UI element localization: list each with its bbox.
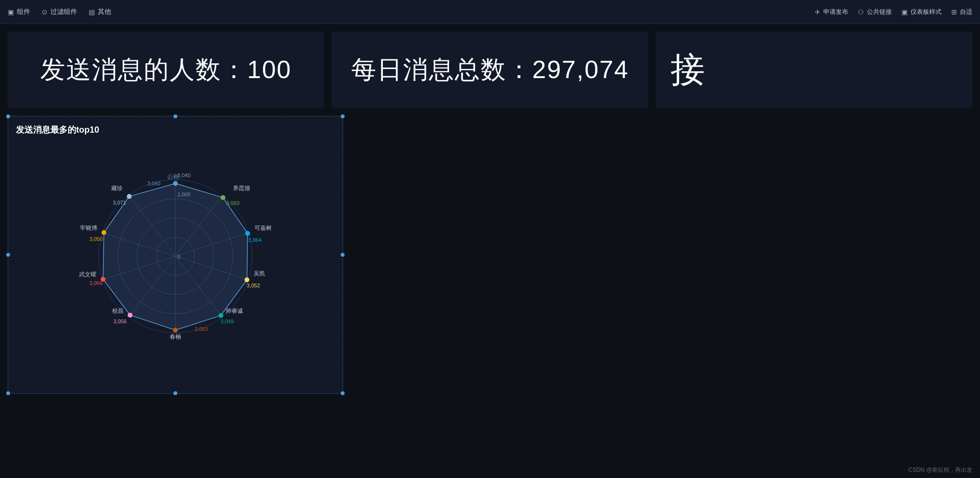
other-icon: ▤: [89, 8, 95, 16]
stat-card-daily-messages: 每日消息总数：297,074: [332, 32, 648, 108]
chart-row: 发送消息最多的top10: [8, 116, 972, 394]
toolbar-right: ✈ 申请发布 ⚇ 公共链接 ▣ 仪表板样式 ⊞ 自适: [815, 8, 972, 16]
stat-card-third: 接: [656, 32, 972, 108]
point-xiaochang: [128, 313, 133, 318]
label-chunnan-name: 春楠: [170, 333, 181, 340]
label-laoxiaobao-value: 3,050: [89, 236, 103, 242]
stat-daily-messages-label: 每日消息总数：: [351, 56, 532, 83]
label-kejiashu-value: 3,064: [248, 237, 262, 243]
point-gongao: [173, 181, 178, 186]
handle-tm: [173, 114, 177, 118]
toolbar-publish[interactable]: ✈ 申请发布: [815, 8, 848, 16]
handle-mr: [341, 253, 345, 257]
point-shuaruicheng: [219, 313, 223, 318]
label-kejiashu-name: 可嘉树: [254, 225, 272, 231]
publish-icon: ✈: [815, 8, 820, 16]
dashboard-style-label: 仪表板样式: [911, 8, 942, 16]
handle-tl: [6, 114, 10, 118]
filter-label: 过滤组件: [50, 8, 77, 16]
dashboard-style-icon: ▣: [901, 8, 908, 16]
radar-container: 3,040 2,000 0 公翱 3,: [16, 141, 335, 371]
label-zangzhen-name: 藏珍: [111, 185, 123, 192]
filter-icon: ⊙: [42, 8, 47, 16]
stat-card-messages-sent: 发送消息的人数：100: [8, 32, 324, 108]
label-gongao-name: 公翱: [167, 173, 179, 180]
label-wuwenyao-name: 武文曜: [79, 271, 96, 278]
publish-label: 申请发布: [823, 8, 848, 16]
label-yangkunji-name: 养昆颉: [233, 185, 250, 192]
stat-partial: 接: [656, 47, 705, 93]
toolbar: ▣ 组件 ⊙ 过滤组件 ▤ 其他 ✈ 申请发布 ⚇ 公共链接 ▣ 仪表板样式 ⊞…: [0, 0, 980, 24]
toolbar-adaptive[interactable]: ⊞ 自适: [951, 8, 972, 16]
label-zangzhen-value: 3,071: [113, 200, 126, 205]
toolbar-filter[interactable]: ⊙ 过滤组件: [42, 8, 77, 16]
label-yangkunji-value: 3,093: [226, 200, 240, 206]
handle-tr: [341, 114, 345, 118]
right-panel: [351, 116, 972, 394]
handle-ml: [6, 253, 10, 257]
other-label: 其他: [98, 8, 111, 16]
label-shuaruicheng-name: 帅睿诚: [226, 307, 243, 314]
label-wukai-name: 吴凯: [254, 270, 265, 277]
components-icon: ▣: [8, 8, 14, 16]
stat-daily-messages-value: 297,074: [532, 56, 629, 83]
label-wuwenyao-value: 3,066: [89, 280, 103, 286]
toolbar-dashboard-style[interactable]: ▣ 仪表板样式: [901, 8, 942, 16]
point-yangkunji: [220, 195, 225, 200]
point-laoxiaobao: [102, 230, 106, 235]
stat-daily-messages: 每日消息总数：297,074: [351, 53, 629, 87]
toolbar-link[interactable]: ⚇ 公共链接: [858, 8, 892, 16]
link-icon: ⚇: [858, 8, 864, 16]
toolbar-left: ▣ 组件 ⊙ 过滤组件 ▤ 其他: [8, 8, 111, 16]
label-chunnan-value: 3,083: [195, 326, 208, 332]
stat-messages-sent: 发送消息的人数：100: [40, 53, 292, 87]
label-wukai-value: 3,052: [247, 283, 260, 288]
point-wukai: [244, 277, 249, 282]
label-xiaochang-name: 校昌: [112, 307, 124, 314]
toolbar-components[interactable]: ▣ 组件: [8, 8, 30, 16]
point-kejiashu: [245, 231, 250, 236]
adaptive-label: 自适: [960, 8, 972, 16]
label-shuaruicheng-value: 3,049: [220, 319, 234, 324]
radar-chart-card[interactable]: 发送消息最多的top10: [8, 116, 343, 394]
radar-chart-title: 发送消息最多的top10: [16, 124, 335, 136]
label-laoxiaobao-name: 牢晓博: [80, 225, 97, 231]
components-label: 组件: [17, 8, 30, 16]
adaptive-icon: ⊞: [951, 8, 957, 16]
footer-text: CSDN @新征程，再出发: [908, 467, 972, 473]
footer: CSDN @新征程，再出发: [908, 466, 972, 474]
point-zangzhen: [127, 194, 132, 199]
label-gongao-value: 3,040: [147, 181, 161, 186]
main-content: 发送消息的人数：100 每日消息总数：297,074 接 发送消息最多的top1…: [0, 24, 980, 401]
stat-messages-sent-value: 100: [247, 56, 292, 83]
link-label: 公共链接: [867, 8, 892, 16]
handle-bm: [173, 391, 177, 395]
radar-svg: 3,040 2,000 0 公翱 3,: [41, 146, 310, 366]
stat-messages-sent-label: 发送消息的人数：: [40, 56, 247, 83]
label-xiaochang-value: 3,056: [113, 319, 127, 324]
stats-row: 发送消息的人数：100 每日消息总数：297,074 接: [8, 32, 972, 108]
grid-label-max: 3,040: [177, 172, 191, 178]
radar-grid: 3,040 2,000 0 公翱 3,: [79, 172, 272, 340]
handle-bl: [6, 391, 10, 395]
handle-br: [341, 391, 345, 395]
point-chunnan: [173, 328, 178, 332]
toolbar-other[interactable]: ▤ 其他: [89, 8, 111, 16]
